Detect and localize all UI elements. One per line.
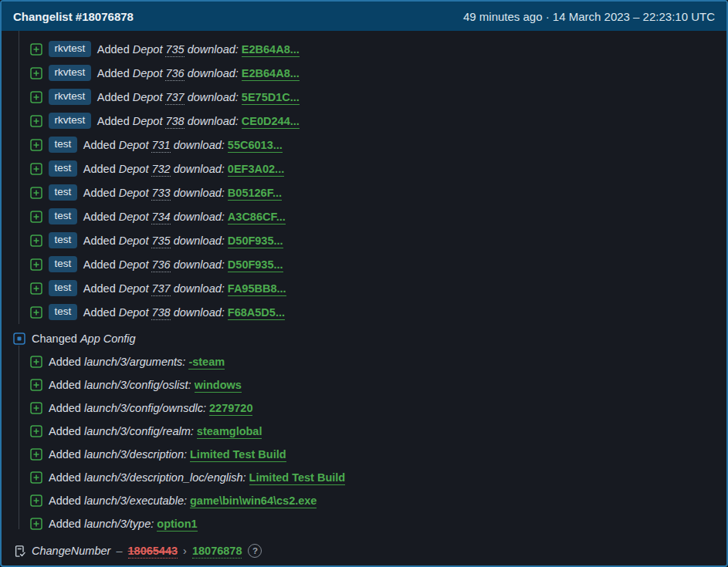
expand-plus-icon[interactable] <box>30 494 42 507</box>
branch-badge[interactable]: test <box>49 137 77 153</box>
expand-plus-icon[interactable] <box>30 379 42 391</box>
expand-plus-icon[interactable] <box>30 356 42 368</box>
download-hash-link[interactable]: FA95BB8... <box>228 282 286 296</box>
expand-plus-icon[interactable] <box>30 67 42 79</box>
expand-plus-icon[interactable] <box>30 518 42 530</box>
download-hash-link[interactable]: A3C86CF... <box>228 211 286 224</box>
changenumber-text: ChangeNumber – 18065443 › 18076878 <box>32 545 242 557</box>
download-hash-link[interactable]: E2B64A8... <box>242 43 300 57</box>
config-value-link[interactable]: option1 <box>157 518 197 532</box>
config-change-text: Added launch/3/config/realm: steamglobal <box>49 425 262 437</box>
app-config-change-row: Added launch/3/config/ownsdlc: 2279720 <box>2 397 726 420</box>
depot-number: 731 <box>151 139 170 153</box>
download-hash-link[interactable]: F68A5D5... <box>228 306 285 320</box>
changelist-timestamp: 49 minutes ago · 14 March 2023 – 22:23:1… <box>463 10 715 23</box>
old-changenumber[interactable]: 18065443 <box>128 545 178 559</box>
changelist-title[interactable]: Changelist #18076878 <box>13 10 134 23</box>
expand-plus-icon[interactable] <box>30 91 42 103</box>
depot-rows-list: rkvtest Added Depot 735 download: E2B64A… <box>2 37 726 324</box>
depot-number: 736 <box>151 258 170 272</box>
expand-plus-icon[interactable] <box>30 258 42 271</box>
download-hash-link[interactable]: E2B64A8... <box>242 67 300 81</box>
config-change-text: Added launch/3/config/oslist: windows <box>49 379 242 391</box>
expand-plus-icon[interactable] <box>30 163 42 175</box>
branch-badge[interactable]: test <box>49 256 77 272</box>
config-change-text: Added launch/3/arguments: -steam <box>49 356 225 368</box>
depot-change-row: test Added Depot 734 download: A3C86CF..… <box>2 204 726 228</box>
branch-badge[interactable]: test <box>49 160 77 177</box>
depot-change-text: Added Depot 735 download: E2B64A8... <box>97 43 300 56</box>
download-hash-link[interactable]: 5E75D1C... <box>242 91 300 105</box>
depot-number: 737 <box>165 91 184 105</box>
branch-badge[interactable]: rkvtest <box>49 65 91 81</box>
branch-badge[interactable]: test <box>49 184 77 201</box>
download-hash-link[interactable]: 55C6013... <box>228 139 283 153</box>
config-value-link[interactable]: steamglobal <box>197 425 262 439</box>
expand-plus-icon[interactable] <box>30 115 42 127</box>
depot-number: 738 <box>151 306 170 320</box>
branch-badge[interactable]: rkvtest <box>49 41 91 57</box>
depot-number: 738 <box>165 115 184 129</box>
download-hash-link[interactable]: B05126F... <box>228 187 282 201</box>
depot-change-text: Added Depot 738 download: F68A5D5... <box>83 306 285 319</box>
new-changenumber[interactable]: 18076878 <box>192 545 242 559</box>
depot-change-row: test Added Depot 731 download: 55C6013..… <box>2 133 726 157</box>
config-change-text: Added launch/3/type: option1 <box>49 518 198 530</box>
expand-plus-icon[interactable] <box>30 448 42 461</box>
depot-change-text: Added Depot 731 download: 55C6013... <box>83 139 283 151</box>
expand-plus-icon[interactable] <box>30 471 42 484</box>
changelist-header: Changelist #18076878 49 minutes ago · 14… <box>2 2 726 31</box>
download-hash-link[interactable]: 0EF3A02... <box>228 163 284 177</box>
depot-change-row: test Added Depot 738 download: F68A5D5..… <box>2 300 726 324</box>
expand-plus-icon[interactable] <box>30 235 42 247</box>
depot-change-text: Added Depot 734 download: A3C86CF... <box>83 211 286 223</box>
config-change-text: Added launch/3/config/ownsdlc: 2279720 <box>49 402 252 414</box>
app-config-change-row: Added launch/3/description_loc/english: … <box>2 466 726 489</box>
app-config-header-text: Changed App Config <box>32 332 136 345</box>
branch-badge[interactable]: test <box>49 208 77 224</box>
expand-plus-icon[interactable] <box>30 139 42 151</box>
depot-number: 733 <box>151 187 170 201</box>
expand-plus-icon[interactable] <box>30 402 42 414</box>
changelist-panel: Changelist #18076878 49 minutes ago · 14… <box>0 0 728 567</box>
tree-line-appconfig-group <box>19 346 19 529</box>
download-hash-link[interactable]: D50F935... <box>228 258 283 272</box>
depot-change-text: Added Depot 732 download: 0EF3A02... <box>83 163 284 175</box>
config-value-link[interactable]: Limited Test Build <box>249 471 346 485</box>
config-change-text: Added launch/3/executable: game\bin\win6… <box>49 494 317 507</box>
branch-badge[interactable]: rkvtest <box>49 89 91 105</box>
depot-change-text: Added Depot 736 download: D50F935... <box>83 258 283 271</box>
branch-badge[interactable]: test <box>49 232 77 248</box>
expand-plus-icon[interactable] <box>30 211 42 223</box>
config-value-link[interactable]: game\bin\win64\cs2.exe <box>190 494 317 508</box>
question-circle-icon[interactable]: ? <box>248 544 262 558</box>
depot-change-text: Added Depot 735 download: D50F935... <box>83 235 283 247</box>
depot-change-row: test Added Depot 733 download: B05126F..… <box>2 181 726 204</box>
depot-change-row: test Added Depot 732 download: 0EF3A02..… <box>2 157 726 181</box>
expand-plus-icon[interactable] <box>30 282 42 295</box>
file-check-icon <box>13 545 26 558</box>
depot-change-row: test Added Depot 735 download: D50F935..… <box>2 228 726 252</box>
config-value-link[interactable]: Limited Test Build <box>190 448 286 462</box>
depot-change-text: Added Depot 738 download: CE0D244... <box>97 115 300 127</box>
expand-plus-icon[interactable] <box>30 306 42 319</box>
config-value-link[interactable]: 2279720 <box>209 402 252 416</box>
app-config-change-row: Added launch/3/config/realm: steamglobal <box>2 420 726 443</box>
download-hash-link[interactable]: D50F935... <box>228 235 283 248</box>
depot-number: 734 <box>151 211 170 224</box>
depot-number: 736 <box>165 67 184 81</box>
branch-badge[interactable]: test <box>49 304 77 320</box>
depot-change-text: Added Depot 737 download: FA95BB8... <box>83 282 286 295</box>
expand-plus-icon[interactable] <box>30 43 42 56</box>
expand-plus-icon[interactable] <box>30 425 42 437</box>
collapse-dot-square-icon[interactable] <box>13 332 25 345</box>
branch-badge[interactable]: test <box>49 280 77 296</box>
branch-badge[interactable]: rkvtest <box>49 113 91 129</box>
depot-number: 737 <box>151 282 170 296</box>
download-hash-link[interactable]: CE0D244... <box>242 115 300 129</box>
config-value-link[interactable]: -steam <box>188 356 225 370</box>
config-value-link[interactable]: windows <box>195 379 242 393</box>
expand-plus-icon[interactable] <box>30 187 42 199</box>
changelist-body: rkvtest Added Depot 735 download: E2B64A… <box>2 31 726 565</box>
app-config-change-row: Added launch/3/executable: game\bin\win6… <box>2 489 726 512</box>
